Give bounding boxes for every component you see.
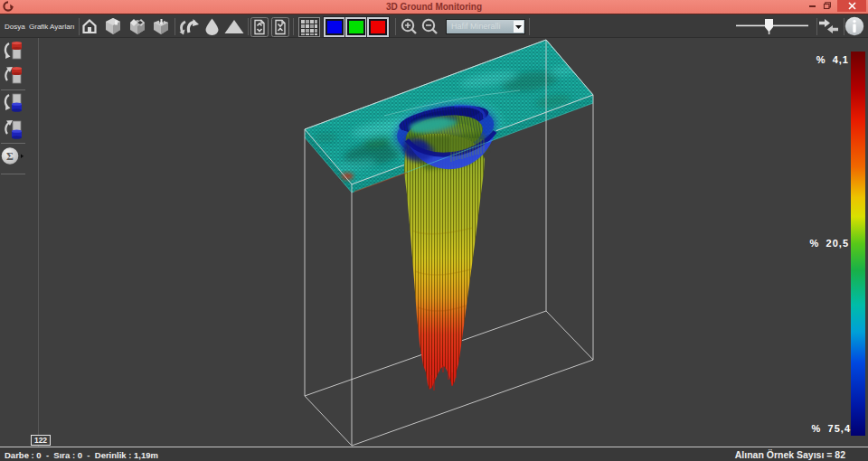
svg-text:% 20,5: % 20,5 <box>810 238 849 249</box>
svg-text:% 4,1: % 4,1 <box>816 54 849 65</box>
svg-text:Σ: Σ <box>6 150 14 163</box>
svg-text:% 75,4: % 75,4 <box>812 423 851 434</box>
